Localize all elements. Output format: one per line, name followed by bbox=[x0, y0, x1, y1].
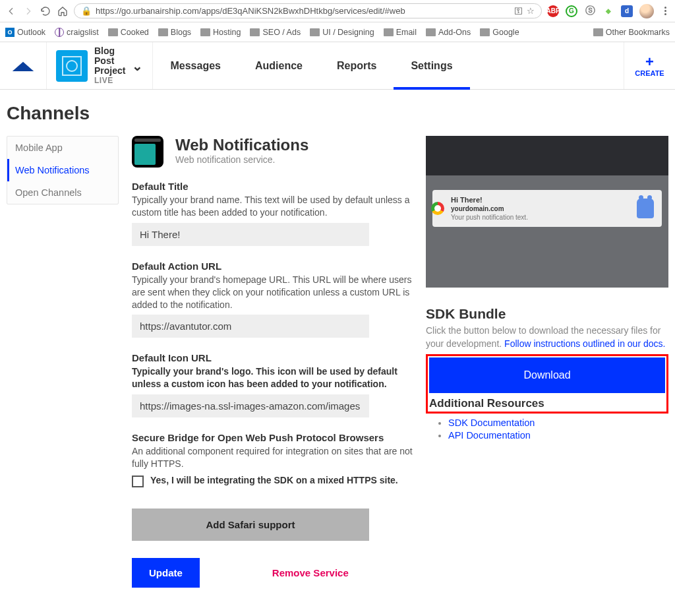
abp-icon[interactable]: ABP bbox=[547, 5, 559, 17]
peace-icon bbox=[55, 28, 64, 37]
secure-bridge-help: An additional component required for int… bbox=[132, 445, 415, 470]
sdk-bundle-title: SDK Bundle bbox=[426, 306, 668, 322]
channels-sidebar: Mobile App Web Notifications Open Channe… bbox=[7, 136, 119, 204]
bear-icon bbox=[637, 199, 654, 218]
tab-audience[interactable]: Audience bbox=[238, 42, 320, 89]
default-action-url-help: Typically your brand's homepage URL. Thi… bbox=[132, 274, 415, 311]
secure-bridge-checkbox-label: Yes, I will be integrating the SDK on a … bbox=[150, 474, 398, 487]
project-status: LIVE bbox=[94, 76, 125, 85]
sdk-docs-link[interactable]: Follow instructions outlined in our docs… bbox=[504, 338, 665, 349]
secure-bridge-checkbox[interactable] bbox=[132, 476, 144, 487]
project-name: Blog Post Project bbox=[94, 46, 125, 75]
skype-icon[interactable]: ⓢ bbox=[584, 5, 596, 17]
preview-body: Your push notification text. bbox=[451, 213, 630, 222]
default-action-url-label: Default Action URL bbox=[132, 261, 415, 272]
bookmark-ui-designing[interactable]: UI / Designing bbox=[310, 28, 374, 37]
api-documentation-link[interactable]: API Documentation bbox=[448, 430, 531, 441]
sidebar-item-web-notifications[interactable]: Web Notifications bbox=[7, 159, 118, 181]
folder-icon bbox=[250, 28, 260, 36]
url-text: https://go.urbanairship.com/apps/dE3qANi… bbox=[96, 6, 510, 16]
project-selector[interactable]: Blog Post Project LIVE ⌄ bbox=[46, 42, 153, 89]
key-icon: ⚿ bbox=[514, 6, 523, 16]
additional-resources-title: Additional Resources bbox=[429, 397, 665, 410]
bookmarks-bar: OOutlook craigslist Cooked Blogs Hosting… bbox=[0, 22, 675, 42]
bookmark-hosting[interactable]: Hosting bbox=[200, 28, 241, 37]
chrome-icon bbox=[431, 202, 444, 215]
browser-toolbar: 🔒 https://go.urbanairship.com/apps/dE3qA… bbox=[0, 0, 675, 22]
lock-icon: 🔒 bbox=[81, 6, 92, 16]
update-button[interactable]: Update bbox=[132, 558, 200, 588]
sidebar-item-mobile-app[interactable]: Mobile App bbox=[7, 137, 118, 159]
tab-settings[interactable]: Settings bbox=[394, 42, 469, 89]
diamond-icon[interactable]: ◆ bbox=[602, 5, 614, 17]
nav-tabs: Messages Audience Reports Settings bbox=[153, 42, 624, 89]
section-title: Web Notifications bbox=[175, 136, 308, 154]
bookmark-add-ons[interactable]: Add-Ons bbox=[426, 28, 471, 37]
app-logo[interactable] bbox=[0, 42, 46, 89]
chrome-menu-icon[interactable] bbox=[660, 7, 670, 15]
bookmark-google[interactable]: Google bbox=[480, 28, 519, 37]
d-extension-icon[interactable]: d bbox=[621, 5, 633, 17]
bookmark-seo-ads[interactable]: SEO / Ads bbox=[250, 28, 301, 37]
default-icon-url-label: Default Icon URL bbox=[132, 352, 415, 363]
sdk-documentation-link[interactable]: SDK Documentation bbox=[448, 417, 535, 428]
profile-avatar[interactable] bbox=[639, 4, 654, 18]
star-icon[interactable]: ☆ bbox=[527, 6, 535, 16]
sdk-bundle-help: Click the button below to download the n… bbox=[426, 324, 668, 350]
preview-notification-card: Hi There! yourdomain.com Your push notif… bbox=[432, 190, 662, 227]
download-button[interactable]: Download bbox=[429, 357, 665, 393]
page-title: Channels bbox=[7, 103, 668, 124]
folder-icon bbox=[480, 28, 490, 36]
forward-button[interactable] bbox=[22, 5, 34, 17]
preview-domain: yourdomain.com bbox=[451, 204, 630, 213]
bookmark-outlook[interactable]: OOutlook bbox=[5, 28, 45, 37]
address-bar[interactable]: 🔒 https://go.urbanairship.com/apps/dE3qA… bbox=[74, 3, 542, 18]
bookmark-cooked[interactable]: Cooked bbox=[108, 28, 149, 37]
grammarly-icon[interactable]: G bbox=[566, 5, 577, 17]
resources-list: SDK Documentation API Documentation bbox=[448, 417, 668, 441]
default-action-url-input[interactable] bbox=[132, 315, 369, 338]
preview-column: Hi There! yourdomain.com Your push notif… bbox=[426, 136, 668, 588]
plus-icon: + bbox=[645, 55, 654, 69]
tab-messages[interactable]: Messages bbox=[153, 42, 238, 89]
form-column: Web Notifications Web notification servi… bbox=[132, 136, 415, 588]
create-button[interactable]: + CREATE bbox=[624, 42, 675, 89]
sidebar-item-open-channels[interactable]: Open Channels bbox=[7, 181, 118, 204]
page-body: Channels Mobile App Web Notifications Op… bbox=[0, 90, 675, 614]
preview-title: Hi There! bbox=[451, 195, 630, 204]
remove-service-button[interactable]: Remove Service bbox=[272, 567, 349, 578]
download-highlight: Download Additional Resources bbox=[426, 354, 668, 414]
chevron-down-icon: ⌄ bbox=[132, 58, 143, 74]
folder-icon bbox=[384, 28, 394, 36]
notification-preview: Hi There! yourdomain.com Your push notif… bbox=[426, 136, 668, 288]
folder-icon bbox=[200, 28, 210, 36]
reload-button[interactable] bbox=[40, 5, 51, 17]
folder-icon bbox=[310, 28, 320, 36]
list-item: SDK Documentation bbox=[448, 417, 668, 428]
list-item: API Documentation bbox=[448, 430, 668, 441]
home-button[interactable] bbox=[57, 5, 69, 17]
bookmark-other[interactable]: Other Bookmarks bbox=[593, 28, 670, 37]
project-icon bbox=[56, 50, 88, 82]
default-icon-url-help: Typically your brand's logo. This icon w… bbox=[132, 365, 415, 390]
tab-reports[interactable]: Reports bbox=[320, 42, 394, 89]
bookmark-email[interactable]: Email bbox=[384, 28, 417, 37]
web-notification-icon bbox=[132, 136, 163, 168]
bookmark-blogs[interactable]: Blogs bbox=[158, 28, 191, 37]
section-subtitle: Web notification service. bbox=[175, 154, 308, 165]
folder-icon bbox=[108, 28, 118, 36]
default-title-input[interactable] bbox=[132, 223, 369, 246]
folder-icon bbox=[426, 28, 436, 36]
default-title-label: Default Title bbox=[132, 181, 415, 192]
default-title-help: Typically your brand name. This text wil… bbox=[132, 194, 415, 219]
outlook-icon: O bbox=[5, 28, 15, 37]
urbanairship-logo-icon bbox=[11, 59, 35, 73]
add-safari-support-button[interactable]: Add Safari support bbox=[132, 508, 369, 541]
back-button[interactable] bbox=[5, 5, 17, 17]
folder-icon bbox=[593, 28, 603, 36]
default-icon-url-input[interactable] bbox=[132, 394, 369, 417]
folder-icon bbox=[158, 28, 168, 36]
bookmark-craigslist[interactable]: craigslist bbox=[55, 28, 99, 37]
secure-bridge-label: Secure Bridge for Open Web Push Protocol… bbox=[132, 432, 415, 443]
toolbar-extensions: ABP G ⓢ ◆ d bbox=[547, 4, 670, 18]
